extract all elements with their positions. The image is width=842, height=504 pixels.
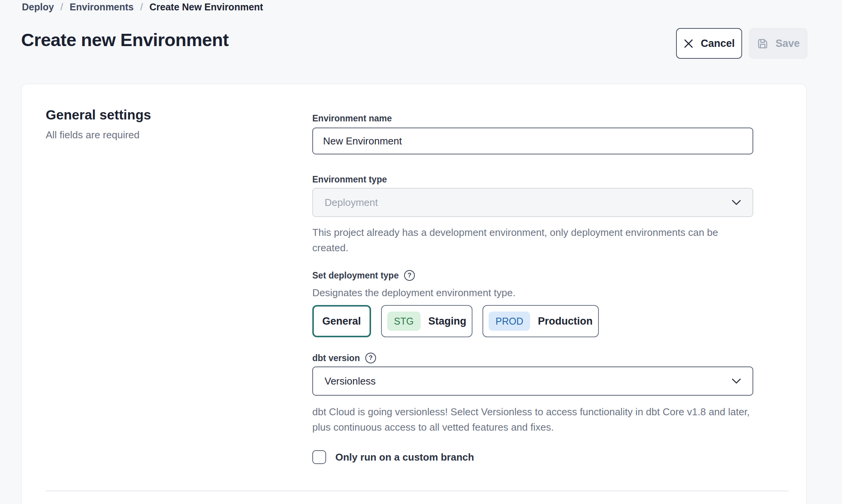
create-environment-page: Deploy / Environments / Create New Envir… [0,0,842,504]
breadcrumb-separator: / [140,2,143,13]
save-icon [757,38,769,50]
deployment-type-staging-button[interactable]: STG Staging [381,305,472,337]
environment-type-select[interactable]: Deployment [312,188,753,217]
deployment-type-options: General STG Staging PROD Production [312,305,753,337]
deployment-type-description: Designates the deployment environment ty… [312,287,753,299]
production-badge: PROD [489,312,530,331]
custom-branch-checkbox[interactable] [312,450,326,464]
deployment-type-general-label: General [322,315,361,327]
save-button[interactable]: Save [749,28,807,59]
dbt-version-help-text: dbt Cloud is going versionless! Select V… [312,404,753,435]
save-button-label: Save [776,38,800,50]
dbt-version-label: dbt version ? [312,353,753,363]
environment-type-value: Deployment [325,197,378,209]
environment-type-label: Environment type [312,174,753,185]
breadcrumb-current: Create New Environment [149,2,263,13]
close-icon [683,38,694,49]
help-icon[interactable]: ? [365,353,376,363]
deployment-type-production-label: Production [538,315,593,327]
deployment-type-label-text: Set deployment type [312,270,399,281]
environment-name-input[interactable] [312,128,753,154]
general-settings-card: General settings All fields are required… [21,84,807,504]
chevron-down-icon [732,378,741,384]
breadcrumb: Deploy / Environments / Create New Envir… [22,2,263,13]
deployment-type-label: Set deployment type ? [312,270,753,281]
chevron-down-icon [732,200,741,206]
deployment-type-staging-label: Staging [428,315,466,327]
page-title: Create new Environment [21,29,229,50]
section-divider [46,491,789,491]
environment-name-label: Environment name [312,113,753,124]
section-subtitle: All fields are required [46,129,151,141]
custom-branch-row: Only run on a custom branch [312,450,753,464]
deployment-type-general-button[interactable]: General [312,305,371,337]
deployment-type-production-button[interactable]: PROD Production [482,305,599,337]
dbt-version-value: Versionless [325,375,376,387]
custom-branch-label: Only run on a custom branch [335,451,474,463]
dbt-version-select[interactable]: Versionless [312,366,753,396]
cancel-button-label: Cancel [701,38,735,50]
section-head: General settings All fields are required [46,107,151,141]
breadcrumb-deploy[interactable]: Deploy [22,2,54,13]
staging-badge: STG [387,312,421,331]
environment-type-help-text: This project already has a development e… [312,225,753,255]
breadcrumb-separator: / [60,2,63,13]
cancel-button[interactable]: Cancel [676,28,742,59]
breadcrumb-environments[interactable]: Environments [70,2,134,13]
section-title: General settings [46,107,151,123]
environment-form: Environment name Environment type Deploy… [312,113,753,464]
help-icon[interactable]: ? [404,270,415,281]
dbt-version-label-text: dbt version [312,353,360,363]
